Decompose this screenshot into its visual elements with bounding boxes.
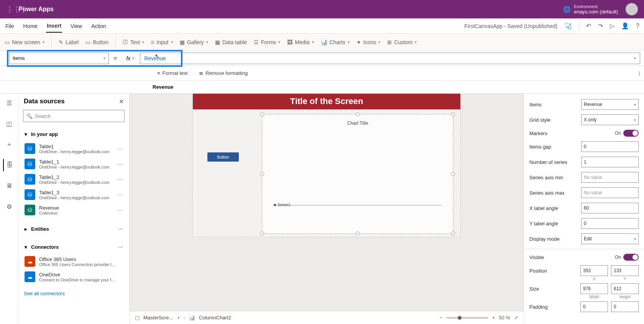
prop-numseries-input[interactable]: 1 <box>581 157 639 167</box>
zoom-in-icon[interactable]: + <box>492 315 495 321</box>
data-icon[interactable]: 🗄 <box>3 159 15 171</box>
prop-yangle-input[interactable]: 0 <box>581 218 639 229</box>
redo-icon[interactable]: ↷ <box>598 22 603 30</box>
connector-item[interactable]: ☁ OneDrive Connect to OneDrive to manage… <box>23 269 125 284</box>
section-connectors[interactable]: ▾ Connectors ⋯ <box>23 240 125 254</box>
breadcrumb-screen[interactable]: MasterScre… <box>143 315 174 321</box>
resize-handle[interactable] <box>356 112 360 116</box>
resize-handle[interactable] <box>260 172 264 176</box>
more-icon[interactable]: ⋯ <box>118 226 123 232</box>
label-icon: ✎ <box>59 39 63 45</box>
avatar[interactable] <box>626 3 638 15</box>
share-icon[interactable]: 👤 <box>621 22 629 30</box>
gallery-menu[interactable]: ▦Gallery▾ <box>180 39 208 45</box>
breadcrumb-control[interactable]: ColumnChart2 <box>199 315 231 321</box>
custom-menu[interactable]: ⊞Custom▾ <box>387 39 417 45</box>
ds-name: Table1_1 <box>39 159 109 165</box>
prop-axismax-input[interactable]: No value <box>581 187 639 198</box>
resize-handle[interactable] <box>260 112 264 116</box>
prop-itemsgap-input[interactable]: 0 <box>581 141 639 152</box>
media-menu[interactable]: 🖼Media▾ <box>287 39 314 45</box>
advanced-tools-icon[interactable]: ⚙ <box>3 200 15 213</box>
new-screen-button[interactable]: ▭New screen▾ <box>5 39 44 45</box>
chevron-down-icon[interactable]: ▾ <box>177 316 179 320</box>
app-title: Power Apps <box>18 6 563 13</box>
data-source-item[interactable]: ⛁ Table1_3 OneDrive - henry.legge@outloo… <box>23 187 125 202</box>
resize-handle[interactable] <box>260 231 264 235</box>
add-icon[interactable]: ＋ <box>3 138 15 150</box>
undo-icon[interactable]: ↶ <box>586 22 591 30</box>
expand-icon[interactable]: ⟩ <box>638 70 640 76</box>
prop-size-h[interactable]: 612 <box>611 283 639 294</box>
tab-file[interactable]: File <box>5 20 15 32</box>
tab-home[interactable]: Home <box>23 20 38 32</box>
prop-padding-l[interactable]: 0 <box>580 301 608 312</box>
screen-frame[interactable]: Title of the Screen Button Chart Title S… <box>192 95 461 237</box>
ds-sub: OneDrive - henry.legge@outlook.com <box>39 195 109 200</box>
button-button[interactable]: ▭Button <box>85 39 108 45</box>
button-control[interactable]: Button <box>207 152 239 162</box>
prop-axismin-input[interactable]: No value <box>581 172 639 183</box>
charts-menu[interactable]: 📊Charts▾ <box>321 39 350 45</box>
resize-handle[interactable] <box>451 231 455 235</box>
formula-input[interactable]: Revenue ▾ <box>140 53 640 64</box>
data-table-button[interactable]: ▦Data table <box>215 39 247 45</box>
close-icon[interactable]: ✕ <box>119 98 124 105</box>
more-icon[interactable]: ⋯ <box>117 160 123 168</box>
section-in-your-app[interactable]: ▾ In your app <box>23 127 125 141</box>
chart-control[interactable]: Chart Title Series1 <box>262 114 453 234</box>
prop-gridstyle-select[interactable]: X only▾ <box>581 114 639 125</box>
label-button[interactable]: ✎Label <box>59 39 79 45</box>
more-icon[interactable]: ⋯ <box>118 244 123 250</box>
tab-action[interactable]: Action <box>90 20 107 32</box>
intellisense-bar: Revenue <box>0 81 644 94</box>
app-checker-icon[interactable]: 🩺 <box>564 22 572 30</box>
more-icon[interactable]: ⋯ <box>117 176 123 183</box>
waffle-icon[interactable]: ⋮⋮⋮ <box>6 5 18 13</box>
input-menu[interactable]: ⎚Input▾ <box>151 39 172 45</box>
more-icon[interactable]: ⋯ <box>117 145 123 152</box>
data-source-item[interactable]: ⛁ Table1_1 OneDrive - henry.legge@outloo… <box>23 156 125 172</box>
prop-size-w[interactable]: 976 <box>580 283 608 294</box>
intellisense-token[interactable]: Revenue <box>153 84 173 90</box>
connector-item[interactable]: ☁ Office 365 Users Office 365 Users Conn… <box>23 254 125 269</box>
data-source-item[interactable]: ⛁ Table1_2 OneDrive - henry.legge@outloo… <box>23 172 125 187</box>
zoom-out-icon[interactable]: − <box>439 315 442 321</box>
resize-handle[interactable] <box>356 231 360 235</box>
more-icon[interactable]: ⋯ <box>117 207 123 214</box>
prop-markers-toggle[interactable] <box>623 130 639 137</box>
search-input[interactable]: 🔍 Search <box>23 110 125 122</box>
environment-picker[interactable]: 🌐 Environment enayu.com (default) <box>563 4 618 15</box>
prop-items-select[interactable]: Revenue▾ <box>581 99 639 110</box>
prop-visible-toggle[interactable] <box>623 254 639 261</box>
fx-button[interactable]: fx▾ <box>122 53 138 64</box>
prop-padding-r[interactable]: 0 <box>611 301 639 312</box>
tree-view-icon[interactable]: ☰ <box>3 97 15 109</box>
insert-pane-icon[interactable]: ◫ <box>3 117 15 130</box>
canvas-stage[interactable]: Title of the Screen Button Chart Title S… <box>130 94 524 311</box>
tab-view[interactable]: View <box>70 20 83 32</box>
icons-menu[interactable]: ✦Icons▾ <box>356 39 380 45</box>
data-source-item[interactable]: ⛁ Revenue Collection ⋯ <box>23 202 125 218</box>
remove-formatting-button[interactable]: ≣Remove formatting <box>199 70 248 76</box>
prop-xangle-input[interactable]: 60 <box>581 203 639 213</box>
more-icon[interactable]: ⋯ <box>117 191 123 198</box>
forms-menu[interactable]: ☰Forms▾ <box>254 39 281 45</box>
resize-handle[interactable] <box>451 112 455 116</box>
media-rail-icon[interactable]: 🖥 <box>3 180 15 192</box>
play-icon[interactable]: ▷ <box>610 22 614 30</box>
prop-position-x[interactable]: 353 <box>580 265 608 276</box>
data-source-item[interactable]: ⛁ Table1 OneDrive - henry.legge@outlook.… <box>23 141 125 156</box>
resize-handle[interactable] <box>451 172 455 176</box>
prop-position-y[interactable]: 133 <box>611 265 639 276</box>
format-text-button[interactable]: ≡Format text <box>157 70 187 76</box>
property-selector[interactable]: Items ▾ <box>9 53 109 64</box>
zoom-slider[interactable] <box>446 317 488 319</box>
prop-displaymode-select[interactable]: Edit▾ <box>581 233 639 244</box>
section-entities[interactable]: ▸ Entities ⋯ <box>23 222 125 236</box>
help-icon[interactable]: ? <box>636 23 639 30</box>
see-all-connectors-link[interactable]: See all connectors <box>18 287 129 300</box>
text-menu[interactable]: ⓉText▾ <box>123 39 145 46</box>
fit-icon[interactable]: ⤢ <box>514 315 518 321</box>
tab-insert[interactable]: Insert <box>46 20 62 33</box>
